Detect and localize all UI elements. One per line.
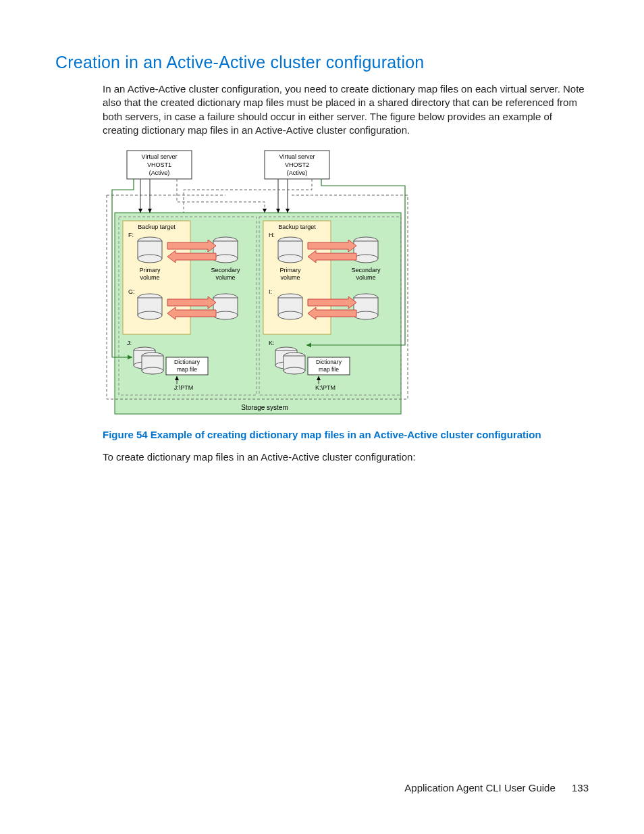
backup-target-right: Backup target xyxy=(278,224,316,230)
figure-container: Storage system Virtual server VHOST1 (Ac… xyxy=(103,148,589,418)
dict-k-l1: Dictionary xyxy=(316,359,342,365)
dict-j-l1: Dictionary xyxy=(174,359,200,365)
cylinder-f xyxy=(138,237,162,263)
svg-point-18 xyxy=(213,255,238,263)
cylinder-sec-g xyxy=(213,294,238,319)
cylinder-sec-f xyxy=(213,237,238,263)
storage-system-label: Storage system xyxy=(241,404,288,411)
secondary-right-l2: volume xyxy=(356,274,375,281)
secondary-left-l2: volume xyxy=(215,274,235,281)
dict-j-l2: map file xyxy=(177,366,197,373)
backup-target-left: Backup target xyxy=(138,224,176,230)
cylinder-sec-i xyxy=(354,294,378,319)
svg-point-21 xyxy=(213,311,238,319)
cylinder-h xyxy=(278,237,302,263)
vhost2-line2: VHOST2 xyxy=(285,161,309,168)
vhost1-line3: (Active) xyxy=(149,170,170,176)
cluster-diagram: Storage system Virtual server VHOST1 (Ac… xyxy=(103,148,413,418)
lead-in-paragraph: To create dictionary map files in an Act… xyxy=(103,450,589,464)
svg-point-48 xyxy=(142,367,163,374)
drive-g-label: G: xyxy=(128,288,135,295)
path-j: J:\PTM xyxy=(174,384,194,391)
secondary-right-l1: Secondary xyxy=(351,267,381,273)
drive-h-label: H: xyxy=(269,232,275,238)
path-k: K:\PTM xyxy=(315,384,336,391)
svg-point-32 xyxy=(278,311,302,319)
svg-point-29 xyxy=(278,255,302,263)
page-footer: Application Agent CLI User Guide 133 xyxy=(404,782,589,793)
secondary-left-l1: Secondary xyxy=(211,267,240,273)
footer-title: Application Agent CLI User Guide xyxy=(404,782,555,793)
svg-point-56 xyxy=(284,367,305,374)
vhost2-line1: Virtual server xyxy=(279,153,315,160)
svg-point-12 xyxy=(138,255,162,263)
vhost1-line1: Virtual server xyxy=(142,153,178,160)
primary-f-l1: Primary xyxy=(140,267,161,273)
cylinder-g xyxy=(138,294,162,319)
primary-f-l2: volume xyxy=(140,274,159,281)
drive-f-label: F: xyxy=(128,232,134,238)
vhost1-line2: VHOST1 xyxy=(147,161,171,168)
primary-h-l1: Primary xyxy=(280,267,301,273)
drive-k-label: K: xyxy=(269,340,275,346)
figure-caption: Figure 54 Example of creating dictionary… xyxy=(103,429,589,440)
dict-k-l2: map file xyxy=(319,366,339,373)
primary-h-l2: volume xyxy=(280,274,300,281)
cylinder-sec-h xyxy=(354,237,378,263)
cylinder-i xyxy=(278,294,302,319)
svg-point-38 xyxy=(354,311,378,319)
drive-j-label: J: xyxy=(127,340,132,346)
intro-paragraph: In an Active-Active cluster configuratio… xyxy=(103,82,589,137)
svg-point-15 xyxy=(138,311,162,319)
drive-i-label: I: xyxy=(269,288,272,295)
page-number: 133 xyxy=(572,782,589,793)
svg-point-35 xyxy=(354,255,378,263)
vhost2-line3: (Active) xyxy=(287,170,308,176)
section-heading: Creation in an Active-Active cluster con… xyxy=(55,53,589,72)
